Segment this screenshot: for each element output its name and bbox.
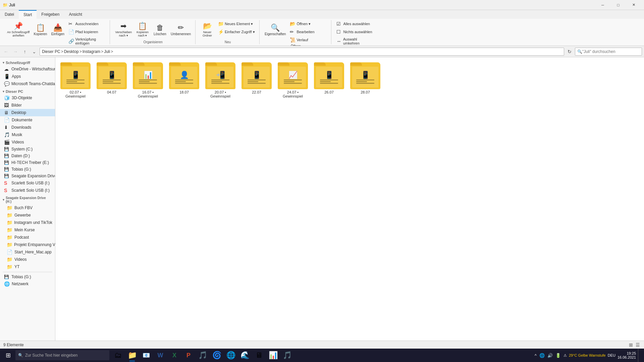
sidebar-item-dokumente[interactable]: 📄 Dokumente: [0, 116, 55, 124]
sidebar-section-thispc[interactable]: ▾ Dieser PC: [0, 87, 55, 94]
taskbar-file-explorer[interactable]: 📁: [125, 349, 139, 362]
sidebar-item-3dobjects[interactable]: 🧊 3D-Objekte: [0, 94, 55, 102]
sidebar-item-scarlett-i2[interactable]: S Scarlett Solo USB (I:): [0, 187, 55, 194]
sidebar-item-systemc[interactable]: 💾 System (C:): [0, 146, 55, 153]
sidebar-item-instagram-tiktok[interactable]: 📁 Instagram und TikTok: [0, 219, 55, 226]
sidebar-item-projekt[interactable]: 📁 Projekt Entspannung Video: [0, 241, 55, 248]
sidebar-item-tobias-g2[interactable]: 💾 Tobias (G:): [0, 274, 55, 280]
sidebar-item-datend[interactable]: 💾 Daten (D:): [0, 153, 55, 159]
sidebar-item-gewerbe[interactable]: 📁 Gewerbe: [0, 212, 55, 219]
taskbar-excel[interactable]: X: [168, 349, 181, 362]
minimize-button[interactable]: ─: [595, 0, 610, 10]
folder-item-1[interactable]: 📱 02.07 • Gewinnspiel: [59, 61, 92, 100]
sidebar-item-seagate-h[interactable]: 💾 Seagate Expansion Drive (H...: [0, 173, 55, 179]
folder-item-8[interactable]: 📱 26.07: [312, 61, 346, 100]
sidebar-item-bilder[interactable]: 🖼 Bilder: [0, 102, 55, 109]
taskbar-app4[interactable]: 📊: [266, 349, 280, 362]
taskbar-search[interactable]: 🔍 Zur Suche Text hier eingeben: [15, 350, 109, 360]
taskbar-app2[interactable]: 🌀: [210, 349, 223, 362]
copy-to-button[interactable]: 📋 Kopierennach ▾: [134, 20, 151, 40]
taskbar-clock[interactable]: 19:25 16.06.2021: [618, 351, 636, 359]
taskbar-spotify[interactable]: 🎵: [280, 349, 294, 362]
folder-item-4[interactable]: 👤 18.07: [167, 61, 201, 100]
maximize-button[interactable]: □: [610, 0, 626, 10]
copy-button[interactable]: 📋 Kopieren: [32, 20, 49, 40]
invert-selection-button[interactable]: ↔ Auswahl umkehren: [335, 36, 375, 46]
folder-item-6[interactable]: 📱 22.07: [240, 61, 273, 100]
open-button[interactable]: 📂 Öffnen ▾: [288, 20, 328, 27]
sidebar-item-musik[interactable]: 🎵 Musik: [0, 131, 55, 138]
easy-access-button[interactable]: ⚡ Einfacher Zugriff ▾: [216, 28, 257, 36]
weather-area[interactable]: ⚠ 29°C Gelbe Warnstufe: [564, 353, 606, 358]
up-button[interactable]: ↑: [21, 48, 29, 56]
sidebar-item-scarlett-i[interactable]: S Scarlett Solo USB (I:): [0, 179, 55, 187]
copy-path-button[interactable]: 📄 Pfad kopieren: [67, 28, 107, 36]
delete-button[interactable]: 🗑 Löschen: [152, 20, 168, 40]
search-input[interactable]: [582, 49, 640, 54]
sidebar-section-quickaccess[interactable]: ▾ Schnellzugriff: [0, 59, 55, 65]
folder-item-5[interactable]: 📲 20.07 • Gewinnspiel: [204, 61, 237, 100]
taskbar-app3[interactable]: 🖥: [252, 349, 266, 362]
recent-locations-button[interactable]: ⌄: [30, 48, 38, 56]
taskbar-task-view[interactable]: 🗂: [111, 349, 125, 362]
properties-button[interactable]: 🔍 Eigenschaften: [263, 20, 287, 40]
back-button[interactable]: ←: [2, 48, 10, 56]
sidebar-item-buch[interactable]: 📁 Buch FBV: [0, 204, 55, 212]
taskbar-mail[interactable]: 📧: [140, 349, 153, 362]
start-button[interactable]: ⊞: [1, 349, 15, 362]
search-box[interactable]: 🔍: [575, 48, 642, 56]
folder-item-9[interactable]: 📱 28.07: [348, 61, 382, 100]
sidebar-item-yt[interactable]: 📁 YT: [0, 263, 55, 270]
taskbar-chrome[interactable]: 🌐: [224, 349, 237, 362]
close-button[interactable]: ✕: [626, 0, 641, 10]
tab-ansicht[interactable]: Ansicht: [64, 10, 87, 19]
taskbar-edge[interactable]: 🌊: [238, 349, 252, 362]
sidebar-item-podcast[interactable]: 📁 Podcast: [0, 234, 55, 241]
volume-tray-icon[interactable]: 🔊: [547, 353, 553, 358]
tab-datei[interactable]: Datei: [0, 10, 19, 19]
select-all-button[interactable]: ☑ Alles auswählen: [335, 20, 375, 27]
sidebar-item-downloads[interactable]: ⬇ Downloads: [0, 124, 55, 131]
taskbar-powerpoint[interactable]: P: [182, 349, 195, 362]
paste-button[interactable]: 📥 Einfügen: [49, 20, 66, 40]
sidebar-item-hitech[interactable]: 💾 HI-TECH Treiber (E:): [0, 159, 55, 166]
taskbar-word[interactable]: W: [154, 349, 167, 362]
sidebar-item-mein-kurse[interactable]: 📁 Mein Kurse: [0, 226, 55, 234]
move-to-button[interactable]: ➡ Verschiebennach ▾: [113, 20, 133, 40]
refresh-button[interactable]: ↻: [566, 48, 574, 56]
folder-item-2[interactable]: 📱 04.07: [95, 61, 128, 100]
battery-tray-icon[interactable]: 🔋: [555, 353, 561, 358]
folder-item-7[interactable]: 📈 24.07 • Gewinnspiel: [276, 61, 310, 100]
pin-quick-access-button[interactable]: 📌 An Schnellzugriffanheften: [5, 20, 31, 40]
sidebar-item-videos-seagate[interactable]: 📁 Videos: [0, 256, 55, 263]
rename-button[interactable]: ✏ Umbenennen: [169, 20, 193, 40]
expand-tray-icon[interactable]: ^: [534, 353, 537, 358]
sidebar-item-onedrive[interactable]: ☁ OneDrive - Wirtschaftsuniver...: [0, 65, 55, 73]
new-folder-button[interactable]: 📂 NeuerOrdner: [199, 20, 216, 40]
new-element-button[interactable]: 📁 Neues Element ▾: [216, 20, 257, 27]
sidebar-item-start-here[interactable]: 📄 Start_Here_Mac.app: [0, 248, 55, 256]
forward-button[interactable]: →: [11, 48, 19, 56]
sidebar-item-tobias-g[interactable]: 💾 Tobias (G:): [0, 166, 55, 173]
history-button[interactable]: 📜 Verlauf: [288, 36, 328, 44]
large-icons-view-button[interactable]: ⊞: [628, 342, 634, 348]
sidebar-item-desktop[interactable]: 🖥 Desktop: [0, 109, 55, 116]
sidebar-item-apps[interactable]: 📱 Apps: [0, 73, 55, 80]
edit-button[interactable]: ✏ Bearbeiten: [288, 28, 328, 36]
show-desktop-button[interactable]: [638, 349, 640, 362]
sidebar-section-seagate[interactable]: ▾ Seagate Expansion Drive (H:): [0, 194, 55, 204]
sidebar-item-netzwerk[interactable]: 🌐 Netzwerk: [0, 280, 55, 288]
taskbar-app1[interactable]: 🎵: [196, 349, 209, 362]
network-tray-icon[interactable]: 🌐: [539, 353, 545, 358]
details-view-button[interactable]: ☰: [635, 342, 641, 348]
address-path[interactable]: Dieser PC > Desktop > Instagram > Juli >: [40, 48, 564, 56]
tab-freigeben[interactable]: Freigeben: [37, 10, 64, 19]
cut-button[interactable]: ✂ Ausschneiden: [67, 20, 107, 27]
language-indicator[interactable]: DEU: [608, 353, 615, 357]
folder-item-3[interactable]: 📊 16.07 • Gewinnspiel: [131, 61, 165, 100]
sidebar-item-teams[interactable]: 💬 Microsoft Teams-Chatdate...: [0, 80, 55, 87]
sidebar-item-videos[interactable]: 🎬 Videos: [0, 138, 55, 146]
paste-shortcut-button[interactable]: 🔗 Verknüpfung einfügen: [67, 36, 107, 46]
tab-start[interactable]: Start: [19, 10, 37, 19]
select-none-button[interactable]: ☐ Nichts auswählen: [335, 28, 375, 36]
